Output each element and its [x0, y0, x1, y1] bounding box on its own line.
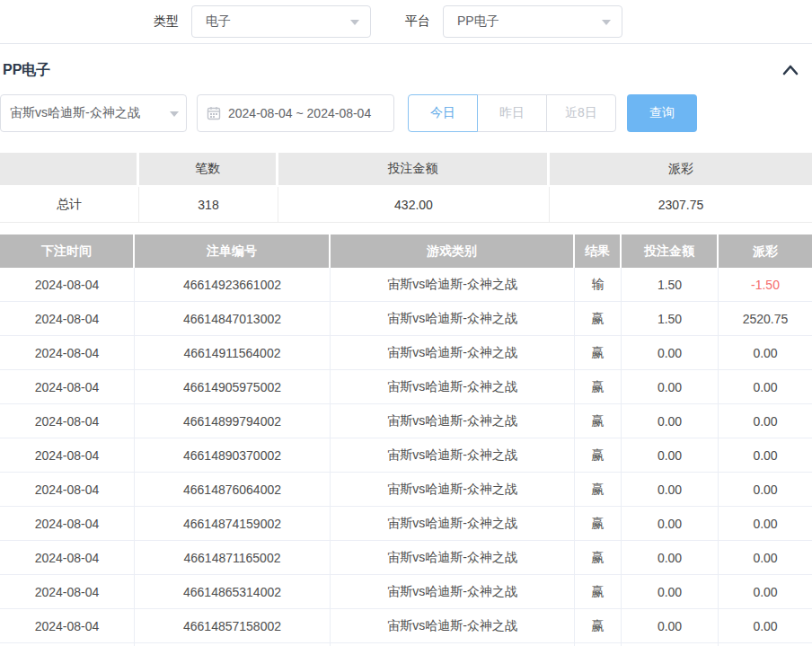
yesterday-button[interactable]: 昨日: [477, 94, 547, 132]
cell-bet-time: 2024-08-04: [0, 609, 135, 643]
cell-result: 输: [575, 268, 622, 302]
header-result: 结果: [575, 235, 622, 268]
cell-result: 赢: [575, 370, 622, 404]
summary-total-row: 总计 318 432.00 2307.75: [0, 187, 812, 223]
header-bet-time: 下注时间: [0, 235, 135, 268]
cell-game-type: 宙斯vs哈迪斯-众神之战: [331, 404, 575, 438]
cell-order-no: 46614905975002: [135, 370, 331, 404]
table-row: 2024-08-04 46614899794002 宙斯vs哈迪斯-众神之战 赢…: [0, 404, 812, 438]
platform-label: 平台: [405, 13, 430, 30]
date-shortcut-group: 今日 昨日 近8日: [408, 94, 616, 132]
cell-result: 赢: [575, 404, 622, 438]
summary-header-payout: 派彩: [550, 153, 812, 187]
summary-header-row: 笔数 投注金额 派彩: [0, 153, 812, 187]
cell-bet-amount: 0.00: [622, 507, 719, 541]
cell-result: 赢: [575, 507, 622, 541]
cell-game-type: 宙斯vs哈迪斯-众神之战: [331, 302, 575, 336]
game-select[interactable]: 宙斯vs哈迪斯-众神之战: [0, 94, 187, 132]
bet-table-header-row: 下注时间 注单编号 游戏类别 结果 投注金额 派彩: [0, 235, 812, 268]
table-row: 2024-08-04 46614911564002 宙斯vs哈迪斯-众神之战 赢…: [0, 336, 812, 370]
table-row: 2024-08-04 46614871165002 宙斯vs哈迪斯-众神之战 赢…: [0, 541, 812, 575]
date-range-input[interactable]: 2024-08-04 ~ 2024-08-04: [197, 94, 394, 132]
table-row: 2024-08-04 46614923661002 宙斯vs哈迪斯-众神之战 输…: [0, 268, 812, 302]
section-header: PP电子: [0, 43, 812, 85]
cell-bet-time: 2024-08-04: [0, 336, 135, 370]
search-button[interactable]: 查询: [627, 94, 697, 132]
cell-bet-amount: 0.00: [622, 575, 719, 609]
header-bet-amount: 投注金额: [622, 235, 719, 268]
table-row: 2024-08-04 46614857158002 宙斯vs哈迪斯-众神之战 赢…: [0, 609, 812, 643]
cell-bet-time: 2024-08-04: [0, 268, 135, 302]
cell-bet-time: 2024-08-04: [0, 541, 135, 575]
cell-payout: -1.50: [719, 268, 812, 302]
cell-payout: 0.00: [719, 541, 812, 575]
cell-result: 赢: [575, 575, 622, 609]
chevron-down-icon: [350, 20, 359, 25]
summary-total-bet-amount: 432.00: [278, 187, 550, 223]
bet-list-table: 下注时间 注单编号 游戏类别 结果 投注金额 派彩 2024-08-04 466…: [0, 235, 812, 646]
cell-bet-time: 2024-08-04: [0, 404, 135, 438]
platform-select-value: PP电子: [457, 13, 499, 30]
cell-order-no: 46614911564002: [135, 336, 331, 370]
cell-bet-amount: 0.00: [622, 438, 719, 473]
collapse-section-button[interactable]: [781, 61, 799, 79]
cell-order-no: 46614923661002: [135, 268, 331, 302]
cell-game-type: 宙斯vs哈迪斯-众神之战: [331, 268, 575, 302]
cell-payout: 0.00: [719, 473, 812, 507]
cell-order-no: 46614847013002: [135, 302, 331, 336]
cell-order-no: 46614890370002: [135, 438, 331, 473]
cell-order-no: 46614899794002: [135, 404, 331, 438]
today-button[interactable]: 今日: [408, 94, 478, 132]
cell-bet-time: 2024-08-04: [0, 507, 135, 541]
summary-total-payout: 2307.75: [550, 187, 812, 223]
cell-payout: 0.00: [719, 575, 812, 609]
cell-game-type: 宙斯vs哈迪斯-众神之战: [331, 336, 575, 370]
summary-header-bet-amount: 投注金额: [278, 153, 550, 187]
platform-select[interactable]: PP电子: [443, 5, 622, 38]
header-order-no: 注单编号: [135, 235, 331, 268]
cell-payout: 0.00: [719, 404, 812, 438]
cell-game-type: 宙斯vs哈迪斯-众神之战: [331, 438, 575, 473]
top-filter-bar: 类型 电子 平台 PP电子: [0, 0, 812, 43]
cell-payout: 0.00: [719, 336, 812, 370]
cell-game-type: 宙斯vs哈迪斯-众神之战: [331, 507, 575, 541]
cell-result: 赢: [575, 438, 622, 473]
cell-payout: 2520.75: [719, 302, 812, 336]
cell-payout: 0.00: [719, 370, 812, 404]
calendar-icon: [207, 106, 221, 120]
cell-result: 赢: [575, 336, 622, 370]
table-row: 2024-08-04 46614865314002 宙斯vs哈迪斯-众神之战 赢…: [0, 575, 812, 609]
chevron-up-icon: [782, 65, 799, 75]
cell-order-no: 46614874159002: [135, 507, 331, 541]
cell-payout: 0.00: [719, 507, 812, 541]
cell-payout: 0.00: [719, 609, 812, 643]
table-row: 2024-08-04 46614874159002 宙斯vs哈迪斯-众神之战 赢…: [0, 507, 812, 541]
last8days-button[interactable]: 近8日: [546, 94, 616, 132]
cell-bet-amount: 0.00: [622, 404, 719, 438]
chevron-down-icon: [602, 20, 611, 25]
table-row: 2024-08-04 46614905975002 宙斯vs哈迪斯-众神之战 赢…: [0, 370, 812, 404]
type-select[interactable]: 电子: [191, 5, 371, 38]
cell-game-type: 宙斯vs哈迪斯-众神之战: [331, 575, 575, 609]
cell-order-no: 46614857158002: [135, 609, 331, 643]
cell-bet-time: 2024-08-04: [0, 438, 135, 473]
cell-result: 赢: [575, 609, 622, 643]
header-payout: 派彩: [719, 235, 812, 268]
cell-bet-amount: 0.00: [622, 473, 719, 507]
cell-result: 赢: [575, 473, 622, 507]
cell-game-type: 宙斯vs哈迪斯-众神之战: [331, 609, 575, 643]
table-row: 2024-08-04 46614876064002 宙斯vs哈迪斯-众神之战 赢…: [0, 473, 812, 507]
summary-table: 笔数 投注金额 派彩 总计 318 432.00 2307.75: [0, 153, 812, 223]
cell-order-no: 46614871165002: [135, 541, 331, 575]
type-select-value: 电子: [206, 13, 231, 30]
cell-bet-amount: 0.00: [622, 609, 719, 643]
cell-order-no: 46614865314002: [135, 575, 331, 609]
query-toolbar: 宙斯vs哈迪斯-众神之战 2024-08-04 ~ 2024-08-04 今日 …: [0, 94, 812, 132]
date-range-value: 2024-08-04 ~ 2024-08-04: [228, 106, 371, 120]
summary-header-count: 笔数: [139, 153, 278, 187]
game-select-value: 宙斯vs哈迪斯-众神之战: [10, 105, 140, 121]
cell-bet-time: 2024-08-04: [0, 473, 135, 507]
cell-bet-amount: 0.00: [622, 541, 719, 575]
cell-payout: 0.00: [719, 438, 812, 473]
chevron-down-icon: [170, 111, 179, 117]
